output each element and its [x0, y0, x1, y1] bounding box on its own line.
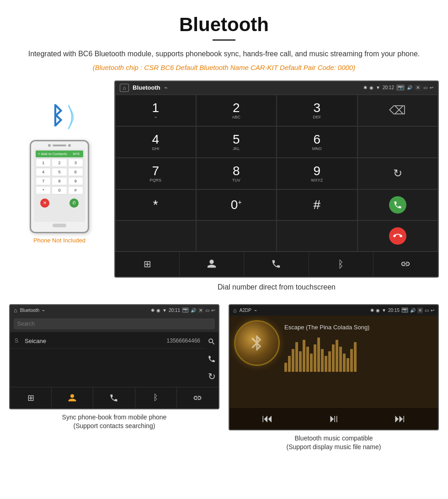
phone-key-8[interactable]: 8: [52, 177, 67, 185]
dial-key-5[interactable]: 5 JKL: [196, 126, 277, 158]
call-icon: [393, 200, 402, 209]
music-win-icon: ▭: [425, 308, 429, 313]
phone-end-call-btn[interactable]: ✕: [40, 199, 49, 208]
volume-icon: 🔊: [407, 85, 412, 90]
phonebook-caption-line2: (Support contacts searching): [74, 422, 155, 429]
music-status-right: ✱ ◉ ▼ 20:15 📷 🔊 ✕ ▭ ↩: [370, 307, 434, 313]
phone-keypad-row-4: * 0 #: [36, 186, 83, 194]
pb-phone-btn[interactable]: [93, 387, 135, 408]
phone-key-star[interactable]: *: [36, 186, 51, 194]
pb-location-icon: ◉: [156, 308, 160, 313]
music-song-title: Escape (The Pina Colada Song): [284, 324, 433, 331]
dialpad-screen-title: Bluetooth: [133, 84, 160, 91]
back-icon: ↩: [430, 85, 433, 90]
dial-key-hash[interactable]: #: [277, 189, 357, 220]
green-call-button[interactable]: [389, 196, 406, 214]
phone-call-btn[interactable]: ✆: [69, 199, 79, 208]
dial-key-2[interactable]: 2 ABC: [196, 95, 277, 126]
dial-key-6[interactable]: 6 MNO: [277, 126, 357, 158]
dialpad-bt-icon-btn[interactable]: ᛒ: [309, 252, 373, 277]
dial-key-0[interactable]: 0+: [196, 189, 277, 220]
dial-key-refresh[interactable]: ↻: [357, 158, 438, 189]
phone-key-6[interactable]: 6: [68, 168, 83, 176]
dial-key-8[interactable]: 8 TUV: [196, 158, 277, 189]
music-close-icon: ✕: [417, 307, 423, 313]
phone-icon: [271, 259, 281, 269]
phone-keypad-row-1: 1 2 3: [36, 159, 83, 167]
pb-status-right: ✱ ◉ ▼ 20:11 📷 🔊 ✕ ▭ ↩: [151, 307, 215, 313]
phone-key-9[interactable]: 9: [68, 177, 83, 185]
pb-search-icon-btn[interactable]: [208, 337, 216, 346]
pb-home-icon[interactable]: ⌂: [14, 307, 17, 314]
phone-speaker: [53, 145, 66, 146]
phone-key-1[interactable]: 1: [36, 159, 51, 167]
phone-home-button[interactable]: [53, 224, 66, 227]
home-icon-btn[interactable]: ⌂: [120, 84, 129, 92]
pb-status-left: ⌂ Bluetooth ⌁: [14, 307, 45, 314]
dial-key-empty-4: [196, 220, 277, 252]
eq-bar: [347, 358, 349, 372]
person-icon: [207, 259, 217, 269]
phone-mockup: + Add to Contacts MY5 1 2 3 4 5 6 7 8: [30, 140, 89, 233]
pb-phone-icon-btn[interactable]: [208, 354, 216, 364]
eq-bar: [306, 347, 309, 372]
pb-vol-icon: 🔊: [191, 308, 196, 313]
pb-grid-btn[interactable]: ⊞: [10, 387, 52, 408]
phone-illustration-area: ᛒ + Add to Contacts MY5 1 2 3: [9, 80, 110, 244]
dial-key-7[interactable]: 7 PQRS: [115, 158, 196, 189]
phonebook-screen: ⌂ Bluetooth ⌁ ✱ ◉ ▼ 20:11 📷 🔊 ✕ ▭ ↩: [9, 304, 219, 409]
phonebook-item: ⌂ Bluetooth ⌁ ✱ ◉ ▼ 20:11 📷 🔊 ✕ ▭ ↩: [9, 304, 219, 456]
eq-bar: [310, 354, 313, 372]
dial-key-star[interactable]: *: [115, 189, 196, 220]
pb-status-bar: ⌂ Bluetooth ⌁ ✱ ◉ ▼ 20:11 📷 🔊 ✕ ▭ ↩: [10, 305, 219, 316]
phone-key-0[interactable]: 0: [52, 186, 67, 194]
dial-key-green-call[interactable]: [357, 189, 438, 220]
red-call-button[interactable]: [389, 227, 406, 245]
music-home-icon[interactable]: ⌂: [233, 307, 237, 314]
dial-key-9[interactable]: 9 WXYZ: [277, 158, 357, 189]
dialpad-grid-icon-btn[interactable]: ⊞: [115, 252, 180, 277]
main-content-area: ᛒ + Add to Contacts MY5 1 2 3: [0, 76, 448, 300]
dial-key-1[interactable]: 1 ⌁: [115, 95, 196, 126]
phonebook-caption-line1: Sync phone-book from mobile phone: [62, 413, 167, 421]
music-status-bar: ⌂ A2DP ⌁ ✱ ◉ ▼ 20:15 📷 🔊 ✕ ▭ ↩: [229, 305, 438, 316]
music-caption: Bluetooth music compatible (Support disp…: [229, 430, 439, 456]
phone-camera-2: [68, 144, 71, 147]
pb-search-input[interactable]: [14, 318, 215, 329]
next-btn[interactable]: ⏭: [395, 412, 405, 425]
car-dialpad-screen: ⌂ Bluetooth ⌁ ✱ ◉ ▼ 20:12 📷 🔊 ✕ ▭ ↩: [114, 80, 439, 278]
dial-key-4[interactable]: 4 GHI: [115, 126, 196, 158]
pb-bt-btn[interactable]: ᛒ: [135, 387, 177, 408]
dialpad-phone-icon-btn[interactable]: [244, 252, 309, 277]
eq-bar: [288, 356, 291, 372]
phone-key-3[interactable]: 3: [68, 159, 83, 167]
dialpad-contact-icon-btn[interactable]: [180, 252, 244, 277]
eq-bar: [339, 347, 342, 372]
pb-person-btn[interactable]: [52, 387, 93, 408]
status-right: ✱ ◉ ▼ 20:12 📷 🔊 ✕ ▭ ↩: [363, 85, 433, 91]
backspace-icon[interactable]: ⌫: [389, 103, 406, 118]
camera-icon: 📷: [396, 85, 405, 91]
phone-key-5[interactable]: 5: [52, 168, 67, 176]
music-back-icon: ↩: [431, 308, 434, 313]
phone-header-badge: MY5: [72, 152, 81, 156]
pb-contact-row[interactable]: S Seicane 13566664466: [10, 334, 205, 349]
phone-key-7[interactable]: 7: [36, 177, 51, 185]
music-content: Escape (The Pina Colada Song): [229, 316, 438, 407]
dial-key-red-call[interactable]: [357, 220, 438, 252]
phone-key-hash[interactable]: #: [68, 186, 83, 194]
pb-signal-icon: ▼: [162, 308, 167, 313]
phone-key-2[interactable]: 2: [52, 159, 67, 167]
dial-key-3[interactable]: 3 DEF: [277, 95, 357, 126]
pb-content: S Seicane 13566664466: [10, 332, 219, 387]
dialpad-screen-container: ⌂ Bluetooth ⌁ ✱ ◉ ▼ 20:12 📷 🔊 ✕ ▭ ↩: [110, 80, 439, 295]
pb-link-btn[interactable]: [177, 387, 219, 408]
phone-key-4[interactable]: 4: [36, 168, 51, 176]
dialpad-link-icon-btn[interactable]: [373, 252, 438, 277]
pb-refresh-icon-btn[interactable]: ↻: [208, 371, 216, 382]
prev-btn[interactable]: ⏮: [262, 412, 273, 425]
music-status-left: ⌂ A2DP ⌁: [233, 307, 257, 314]
location-status-icon: ◉: [369, 85, 373, 90]
playpause-btn[interactable]: ⏯: [328, 412, 339, 425]
music-vol-icon: 🔊: [410, 308, 416, 313]
